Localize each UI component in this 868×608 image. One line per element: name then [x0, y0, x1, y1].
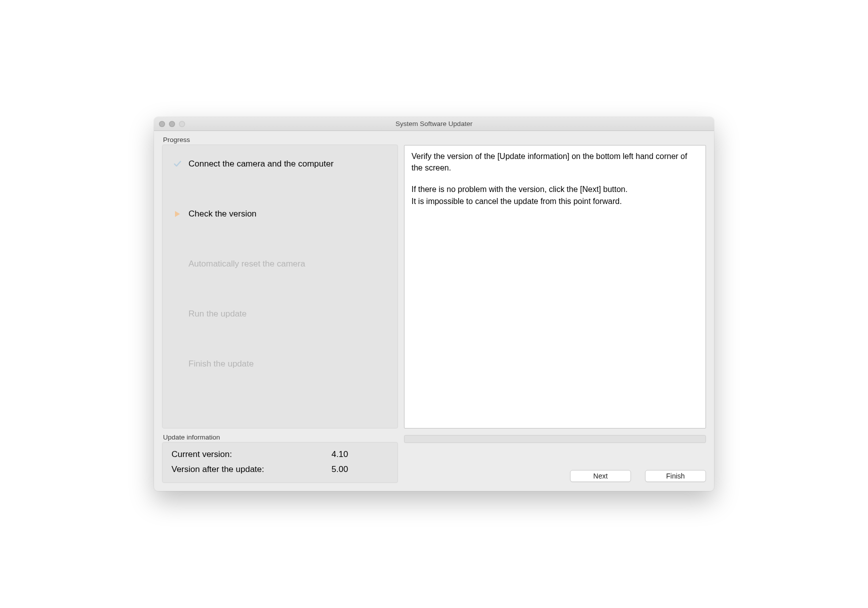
step-label: Finish the update: [188, 359, 254, 369]
instructions-column: Verify the version of the [Update inform…: [404, 136, 706, 428]
traffic-lights: [154, 121, 185, 127]
current-version-value: 4.10: [332, 450, 348, 460]
window-content: Progress Connect the camera and the comp…: [154, 131, 714, 491]
step-label: Run the update: [188, 309, 246, 319]
titlebar: System Software Updater: [154, 117, 714, 131]
instruction-line: Verify the version of the [Update inform…: [412, 150, 698, 174]
empty-icon: [172, 259, 182, 269]
step-run-update: Run the update: [172, 309, 388, 319]
progress-box: Connect the camera and the computer Chec…: [162, 144, 398, 428]
empty-icon: [172, 309, 182, 319]
update-info-box: Current version: 4.10 Version after the …: [162, 442, 398, 483]
step-label: Check the version: [188, 209, 256, 219]
maximize-icon: [179, 121, 185, 127]
window-title: System Software Updater: [154, 120, 714, 128]
step-check-version: Check the version: [172, 209, 388, 219]
instruction-line: It is impossible to cancel the update fr…: [412, 196, 698, 207]
close-icon[interactable]: [159, 121, 165, 127]
finish-button[interactable]: Finish: [645, 470, 706, 482]
next-button[interactable]: Next: [570, 470, 631, 482]
updater-window: System Software Updater Progress Connect…: [154, 117, 714, 491]
instruction-line: If there is no problem with the version,…: [412, 184, 698, 195]
progress-bar-container: [404, 434, 706, 444]
minimize-icon[interactable]: [169, 121, 175, 127]
step-label: Connect the camera and the computer: [188, 159, 334, 169]
progress-bar: [404, 435, 706, 443]
after-version-row: Version after the update: 5.00: [172, 464, 388, 474]
progress-column: Progress Connect the camera and the comp…: [162, 136, 398, 428]
update-info-column: Update information Current version: 4.10…: [162, 434, 398, 483]
lower-right-column: Next Finish: [404, 434, 706, 483]
update-info-label: Update information: [162, 434, 398, 441]
checkmark-icon: [172, 159, 182, 169]
empty-icon: [172, 359, 182, 369]
step-connect-camera: Connect the camera and the computer: [172, 159, 388, 169]
step-label: Automatically reset the camera: [188, 259, 305, 269]
step-reset-camera: Automatically reset the camera: [172, 259, 388, 269]
current-version-row: Current version: 4.10: [172, 450, 388, 460]
instructions-box: Verify the version of the [Update inform…: [404, 145, 706, 428]
upper-area: Progress Connect the camera and the comp…: [162, 136, 706, 428]
button-row: Next Finish: [404, 444, 706, 483]
current-version-label: Current version:: [172, 450, 332, 460]
after-version-label: Version after the update:: [172, 464, 332, 474]
progress-group-label: Progress: [162, 136, 398, 144]
step-finish-update: Finish the update: [172, 359, 388, 369]
after-version-value: 5.00: [332, 464, 348, 474]
arrow-right-icon: [172, 209, 182, 219]
lower-area: Update information Current version: 4.10…: [162, 434, 706, 483]
